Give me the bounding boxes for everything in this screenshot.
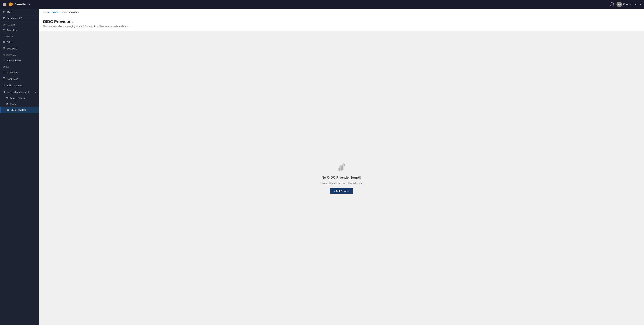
navbar-left: GameFabric: [3, 2, 31, 7]
svg-rect-27: [7, 104, 7, 104]
chevron-right-icon: ›: [36, 17, 36, 20]
empty-state-icon: [336, 162, 347, 173]
billing-reports-icon: [3, 84, 5, 87]
breadcrumb-sep-2: ›: [60, 11, 61, 14]
groups-users-icon: [6, 97, 8, 100]
svg-rect-26: [7, 103, 7, 104]
sites-icon: [3, 40, 5, 44]
env2-icon: 🖥: [3, 17, 5, 20]
navbar-right: ? EM Emirhan Mutlu ▼: [610, 2, 641, 7]
sidebar-item-label: Audit Logs: [7, 78, 18, 80]
svg-point-22: [4, 91, 5, 92]
page-title: OIDC Providers: [43, 19, 640, 24]
steelshield-icon: [3, 59, 5, 62]
section-label-capacity: Capacity: [0, 33, 39, 39]
section-label-protection: Protection: [0, 52, 39, 57]
audit-logs-icon: [3, 77, 5, 80]
svg-rect-34: [8, 110, 8, 110]
sidebar-item-test[interactable]: 🖥 Test ›: [0, 9, 39, 15]
chevron-down-icon: ∨: [35, 91, 36, 93]
content-area: Home › RBAC › OIDC Providers OIDC Provid…: [39, 9, 644, 325]
sidebar-item-billing-reports[interactable]: Billing Reports: [0, 82, 39, 89]
svg-rect-31: [7, 109, 8, 110]
svg-point-21: [3, 91, 4, 92]
svg-point-5: [4, 29, 5, 30]
sidebar-item-label: SteelShield™: [7, 59, 21, 62]
user-menu[interactable]: EM Emirhan Mutlu ▼: [616, 2, 641, 7]
locations-icon: [3, 47, 5, 50]
sidebar-item-label: Access Management: [7, 91, 29, 94]
svg-point-6: [4, 30, 4, 31]
sidebar-sub-item-label: Roles: [10, 103, 16, 105]
breadcrumb-rbac[interactable]: RBAC: [52, 11, 59, 14]
app-logo: GameFabric: [8, 2, 31, 7]
svg-rect-29: [8, 104, 8, 104]
sidebar: 🖥 Test › 🖥 environment-2 › Container Bra…: [0, 9, 39, 325]
sidebar-sub-item-roles[interactable]: Roles: [0, 101, 39, 107]
empty-state-description: It seems like no OIDC Provider exists ye…: [320, 182, 363, 185]
add-provider-button[interactable]: + Add Provider: [330, 188, 353, 194]
sidebar-sub-item-groups-users[interactable]: Groups / Users: [0, 95, 39, 101]
sidebar-item-steelshield[interactable]: SteelShield™ ›: [0, 57, 39, 64]
oidc-icon: [6, 108, 9, 111]
breadcrumb: Home › RBAC › OIDC Providers: [39, 9, 644, 16]
svg-point-4: [3, 29, 4, 30]
sidebar-item-sites[interactable]: Sites: [0, 39, 39, 45]
svg-line-8: [4, 30, 5, 30]
sidebar-item-label: Branches: [7, 29, 17, 32]
section-label-utils: Utils: [0, 64, 39, 69]
breadcrumb-sep-1: ›: [50, 11, 51, 14]
navbar: GameFabric ? EM Emirhan Mutlu ▼: [0, 0, 644, 9]
section-label-container: Container: [0, 22, 39, 27]
sidebar-item-label: Test: [7, 10, 11, 13]
sidebar-item-label: Monitoring: [7, 71, 18, 74]
sidebar-item-environment-2[interactable]: 🖥 environment-2 ›: [0, 15, 39, 22]
svg-rect-9: [3, 41, 5, 42]
app-name: GameFabric: [14, 3, 31, 6]
sidebar-item-audit-logs[interactable]: Audit Logs: [0, 76, 39, 82]
branches-icon: [3, 28, 5, 32]
chevron-right-icon: ›: [36, 59, 36, 62]
svg-point-23: [6, 97, 8, 98]
empty-state: No OIDC Provider found! It seems like no…: [312, 154, 371, 202]
svg-rect-18: [3, 85, 3, 86]
svg-point-24: [8, 97, 8, 98]
sidebar-item-label: Billing Reports: [7, 84, 22, 87]
sidebar-item-label: Sites: [7, 41, 12, 44]
avatar: EM: [616, 2, 622, 7]
page-header: OIDC Providers This overview allows mana…: [39, 16, 644, 31]
monitoring-icon: [3, 71, 5, 74]
empty-state-title: No OIDC Provider found!: [322, 176, 362, 180]
hamburger-menu[interactable]: [3, 3, 6, 6]
test-icon: 🖥: [3, 10, 5, 13]
svg-rect-20: [4, 84, 5, 86]
svg-rect-25: [6, 103, 8, 105]
svg-line-7: [3, 30, 4, 30]
sidebar-item-branches[interactable]: Branches: [0, 27, 39, 33]
svg-rect-32: [7, 110, 8, 110]
sidebar-item-label: environment-2: [7, 17, 22, 20]
breadcrumb-current: OIDC Providers: [62, 11, 79, 14]
breadcrumb-home[interactable]: Home: [43, 11, 49, 14]
help-button[interactable]: ?: [610, 2, 614, 6]
logo-icon: [8, 2, 13, 7]
sidebar-item-access-management[interactable]: Access Management ∨: [0, 89, 39, 95]
chevron-down-icon: ▼: [640, 4, 641, 5]
sidebar-item-label: Locations: [7, 47, 17, 50]
svg-rect-30: [7, 109, 9, 111]
access-management-icon: [3, 90, 5, 94]
svg-rect-19: [4, 85, 4, 86]
page-body: No OIDC Provider found! It seems like no…: [39, 31, 644, 325]
svg-rect-33: [8, 109, 8, 110]
sidebar-sub-item-oidc-providers[interactable]: OIDC Providers: [0, 107, 39, 113]
sidebar-sub-item-label: OIDC Providers: [10, 109, 26, 111]
roles-icon: [6, 103, 8, 106]
sidebar-item-locations[interactable]: Locations: [0, 45, 39, 52]
svg-rect-28: [8, 103, 8, 104]
user-name: Emirhan Mutlu: [623, 3, 638, 6]
svg-rect-11: [3, 71, 5, 73]
page-description: This overview allows managing OpenID Con…: [43, 25, 640, 28]
main-layout: 🖥 Test › 🖥 environment-2 › Container Bra…: [0, 9, 644, 325]
chevron-right-icon: ›: [36, 11, 36, 13]
sidebar-item-monitoring[interactable]: Monitoring: [0, 69, 39, 76]
